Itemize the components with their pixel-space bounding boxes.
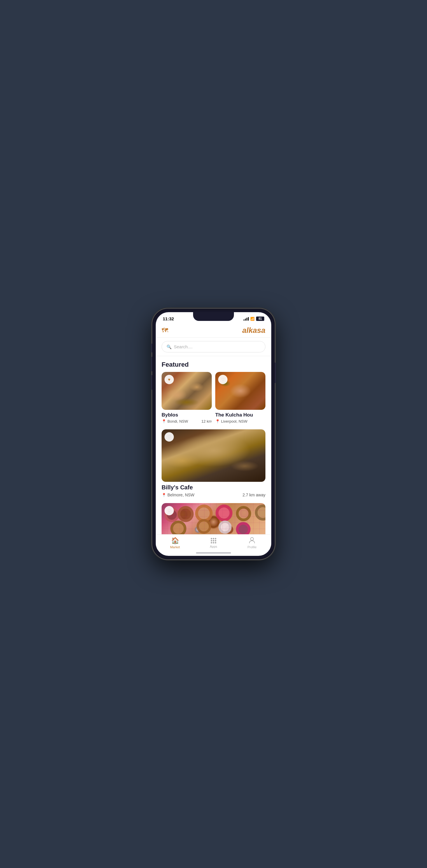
volume-up-button[interactable] <box>151 357 152 371</box>
card-kulcha-image: ♡ <box>215 372 265 410</box>
kulcha-info: The Kulcha Hou 📍 Liverpool, NSW <box>215 410 265 425</box>
card-kulcha[interactable]: ♡ The Kulcha Hou 📍 Liverpool, NSW <box>215 372 265 425</box>
svg-point-2 <box>215 538 217 539</box>
byblos-info: Byblos 📍 Bondi, NSW 12 km <box>162 410 212 425</box>
billys-favorite-button[interactable]: ♡ <box>165 432 174 441</box>
byblos-city: Bondi, NSW <box>167 419 188 424</box>
svg-point-5 <box>215 540 217 541</box>
card-donuts-image: ♡ <box>162 503 265 534</box>
kulcha-city: Liverpool, NSW <box>221 419 247 424</box>
home-icon: 🏠 <box>171 537 179 545</box>
search-placeholder: Search.... <box>174 344 193 349</box>
home-indicator <box>156 550 271 556</box>
search-box[interactable]: 🔍 Search.... <box>162 341 265 352</box>
donuts-bg <box>162 503 265 534</box>
donuts-favorite-button[interactable]: ♡ <box>165 506 174 515</box>
profile-icon <box>249 537 255 545</box>
home-bar <box>196 552 231 554</box>
kulcha-favorite-button[interactable]: ♡ <box>218 375 228 384</box>
byblos-location: 📍 Bondi, NSW 12 km <box>162 419 212 424</box>
notch <box>193 312 234 321</box>
heart-empty-icon: ♡ <box>167 508 171 513</box>
svg-point-9 <box>251 537 253 540</box>
power-button[interactable] <box>275 363 276 383</box>
billys-info: Billy's Cafe 📍 Belmore, NSW 2.7 km away <box>162 482 265 498</box>
svg-point-6 <box>211 542 212 544</box>
nav-profile-label: Profile <box>247 545 256 549</box>
app-content: 🗺 alkasa 🔍 Search.... Featured <box>156 322 271 534</box>
svg-point-7 <box>213 542 215 544</box>
byblos-favorite-button[interactable]: ♥ <box>165 375 174 384</box>
map-icon[interactable]: 🗺 <box>162 327 168 334</box>
billys-distance: 2.7 km away <box>243 493 265 497</box>
nav-market-label: Market <box>170 545 180 549</box>
wifi-icon: 📶 <box>250 317 255 321</box>
byblos-name: Byblos <box>162 412 212 418</box>
svg-point-1 <box>213 538 215 539</box>
phone-screen: 11:32 📶 81 🗺 alkasa <box>156 312 271 556</box>
signal-bar-3 <box>247 318 247 321</box>
billys-location: 📍 Belmore, NSW 2.7 km away <box>162 493 265 497</box>
nav-apps-label: Apps <box>210 545 217 548</box>
location-pin-icon: 📍 <box>162 419 166 424</box>
search-container: 🔍 Search.... <box>156 338 271 356</box>
location-pin-icon: 📍 <box>162 493 166 497</box>
svg-point-4 <box>213 540 215 541</box>
brand-logo: alkasa <box>242 326 265 335</box>
byblos-distance: 12 km <box>202 419 212 424</box>
svg-point-0 <box>211 538 212 539</box>
card-byblos[interactable]: ♥ Byblos 📍 Bondi, NSW 12 km <box>162 372 212 425</box>
volume-mute-button[interactable] <box>151 344 152 352</box>
kulcha-location: 📍 Liverpool, NSW <box>215 419 265 424</box>
card-billys[interactable]: ♡ Billy's Cafe 📍 Belmore, NSW 2.7 km awa… <box>162 429 265 498</box>
billys-city: Belmore, NSW <box>167 493 195 497</box>
status-time: 11:32 <box>163 316 174 321</box>
heart-empty-icon: ♡ <box>167 435 171 439</box>
svg-point-8 <box>215 542 217 544</box>
volume-down-button[interactable] <box>151 375 152 390</box>
featured-title: Featured <box>162 356 265 372</box>
svg-point-3 <box>211 540 212 541</box>
card-byblos-image: ♥ <box>162 372 212 410</box>
signal-bar-1 <box>244 319 245 321</box>
card-donuts[interactable]: ♡ <box>162 503 265 534</box>
heart-empty-icon: ♡ <box>221 377 225 382</box>
heart-filled-icon: ♥ <box>168 377 170 382</box>
apps-icon <box>210 537 217 544</box>
location-pin-icon: 📍 <box>215 419 220 424</box>
main-content: Featured ♥ Byblos 📍 <box>156 356 271 534</box>
search-icon: 🔍 <box>167 344 171 349</box>
signal-icon <box>244 317 249 321</box>
status-icons: 📶 81 <box>244 316 264 321</box>
nav-apps[interactable]: Apps <box>194 537 233 548</box>
nav-profile[interactable]: Profile <box>233 537 271 549</box>
bottom-nav: 🏠 Market Ap <box>156 534 271 550</box>
signal-bar-2 <box>245 318 246 321</box>
kulcha-name: The Kulcha Hou <box>215 412 265 418</box>
phone-frame: 11:32 📶 81 🗺 alkasa <box>152 309 275 559</box>
grid-overlay <box>162 503 265 534</box>
card-billys-image: ♡ <box>162 429 265 482</box>
billys-name: Billy's Cafe <box>162 484 265 491</box>
signal-bar-4 <box>248 317 249 321</box>
nav-market[interactable]: 🏠 Market <box>156 537 194 549</box>
battery-icon: 81 <box>256 316 264 321</box>
featured-row: ♥ Byblos 📍 Bondi, NSW 12 km <box>162 372 265 425</box>
app-header: 🗺 alkasa <box>156 322 271 338</box>
